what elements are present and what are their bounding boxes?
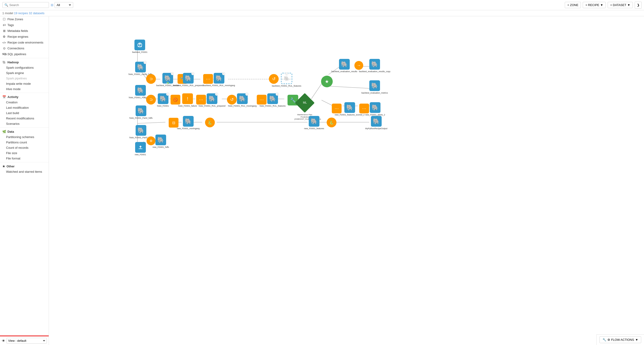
sidebar-section-data[interactable]: 🌿 Data [0,128,49,134]
sidebar-section-activity[interactable]: 📅 Activity [0,94,49,100]
sidebar-item-metadata[interactable]: ⊞ Metadata fields [0,28,49,34]
hadoop-icon: 🐘 [2,60,6,64]
data-icon: 🌿 [2,130,6,133]
sidebar-item-watched[interactable]: Watched and starred items [0,169,49,174]
sidebar-item-file-format[interactable]: File format [0,156,49,161]
flow-canvas[interactable]: backtest_FD001 🐘 i histo_FD001_config_hd… [49,16,644,345]
metadata-label: Metadata fields [8,29,28,32]
sidebar-item-sql[interactable]: SQL SQL pipelines [0,51,49,57]
sidebar-item-spark-engine[interactable]: Spark engine [0,70,49,76]
recipes-count-link[interactable]: 19 [14,11,17,15]
search-box[interactable]: 🔍 [2,2,49,8]
node-icon-filter1: ⊃ [146,74,156,84]
sidebar-item-spark-pipelines[interactable]: Spark pipelines [0,76,49,81]
flow-actions-bar: 🔧 ⚙ FLOW ACTIONS ▼ [596,334,644,345]
node-icon-part2: 🐘 [136,105,146,116]
recipe-button[interactable]: + RECIPE ▼ [583,2,606,8]
sidebar-item-recipe-engines[interactable]: ⚙ Recipe engines [0,34,49,39]
dataset-button[interactable]: + DATASET ▼ [608,2,633,8]
node-histo-rul-movingavg[interactable]: 🐘 i histo_FD001_RUL_movingavg [233,93,252,107]
app-container: 🔍 ⊟ All + ZONE + RECIPE ▼ + DATASET ▼ ❯ … [0,0,644,345]
node-backtest-fd001[interactable]: backtest_FD001 [132,39,148,53]
datasets-count-link[interactable]: 32 [29,11,32,15]
sidebar-footer: 👁 View : default [0,336,49,345]
node-diamond[interactable]: ML Maintenance Plan Prediction (XGBOOST_… [296,94,314,112]
sidebar-item-code-env[interactable]: </> Recipe code environments [0,39,49,45]
sql-label: SQL pipelines [8,52,26,56]
sidebar-item-last-modification[interactable]: Last modification [0,105,49,110]
watched-label: Watched and starred items [6,170,42,173]
flow-actions-button[interactable]: 🔧 ⚙ FLOW ACTIONS ▼ [600,337,641,343]
sidebar-item-spark-config[interactable]: Spark configurations [0,65,49,70]
node-icon-eval-metrics: 🐘 [369,80,380,91]
node-python-output[interactable]: 🐘 MyPythonRecipeOutput [366,116,387,130]
node-icon-python-output: 🐘 [371,116,382,127]
back-icon: ❯ [637,3,640,7]
node-label-new-hdfs: new_FD001_hdfs [152,146,169,149]
sidebar-item-creation[interactable]: Creation [0,100,49,105]
sidebar-item-partitions-count[interactable]: Partitions count [0,140,49,145]
dataset-btn-label: + DATASET [610,3,626,7]
node-part2-hdfs[interactable]: 🐘 histo_FD001_Part2_hdfs [132,105,150,119]
flow-zones-label: Flow Zones [8,17,23,21]
node-rul-prepared[interactable]: 🐘 i backtest_FD001_RUL_prepared [179,73,198,87]
sidebar-item-count-records[interactable]: Count of records [0,145,49,150]
sidebar-item-scenarios[interactable]: Scenarios [0,121,49,126]
sidebar-item-flow-zones[interactable]: ☐ Flow Zones [0,16,49,22]
flow-actions-label: ⚙ FLOW ACTIONS [608,338,634,342]
node-icon-rul-features-dashed: 🐘 i [281,73,292,84]
sidebar-item-file-size[interactable]: File size [0,150,49,156]
node-eval-metrics[interactable]: 🐘 backtest_evaluation_metrics [365,80,384,94]
node-new-features[interactable]: 🐘 new_FD001_features [305,116,324,130]
creation-label: Creation [6,101,18,104]
sidebar-item-hive[interactable]: Hive mode [0,86,49,92]
node-rul-movingavg[interactable]: 🐘 i backtest_FD001_RUL_movingavg [210,73,228,87]
node-orange-small[interactable]: ⚙ [143,136,159,145]
zone-button[interactable]: + ZONE [565,2,581,8]
node-label-histo-rul-feat: histo_FD001_RUL_features [260,105,286,107]
filter-select[interactable]: All [54,2,73,8]
datasets-label-link[interactable]: datasets [33,11,44,15]
sidebar-item-impala[interactable]: Impala write mode [0,81,49,86]
node-label-eval-results: backtest_evaluation_results [331,70,357,73]
node-icon-diamond: ML [295,93,315,113]
node-alerts[interactable]: 🐘 new_FD001_alerts_2 [366,102,384,116]
connections-icon: ⊙ [2,46,6,50]
node-backtest-eval-copy[interactable]: 🐘 backtest_evaluation_results_copy [365,59,384,73]
node-filter-1[interactable]: ⊃ [143,74,159,84]
other-icon: ★ [2,165,5,168]
recipe-dropdown-icon: ▼ [600,3,603,7]
node-new-movingavg[interactable]: 🐘 new_FD001_movingavg [179,116,198,130]
node-python-orange[interactable]: 🐍 [202,118,218,127]
hive-label: Hive mode [6,87,20,91]
node-orange-spin-1[interactable]: ↺ [266,74,282,84]
view-select[interactable]: View : default [6,338,47,344]
recipe-engines-label: Recipe engines [8,35,28,38]
node-histo-rul-features[interactable]: 🐘 i histo_FD001_RUL_features [263,93,282,107]
sidebar-section-hadoop[interactable]: 🐘 Hadoop [0,59,49,65]
node-arrow-orange[interactable]: → [351,61,367,70]
dataset-dropdown-icon: ▼ [627,3,630,7]
node-histo-config[interactable]: 🐘 i histo_FD001_config_hdfs [132,62,149,76]
sidebar-item-tags[interactable]: 🏷 Tags [0,22,49,28]
sidebar-item-partitioning[interactable]: Partitioning schemes [0,134,49,140]
node-icon-features-scored: 🐘 [344,102,355,113]
sidebar-item-connections[interactable]: ⊙ Connections [0,45,49,51]
flow-actions-dropdown-icon: ▼ [635,338,638,342]
search-input[interactable] [9,3,47,7]
spark-engine-label: Spark engine [6,71,24,75]
node-python-2[interactable]: 🐍 [324,118,340,127]
sidebar-item-last-build[interactable]: Last build [0,110,49,116]
sidebar-item-recent-modifications[interactable]: Recent modifications [0,116,49,121]
back-button[interactable]: ❯ [635,2,642,8]
divider-1 [0,58,49,58]
node-histo-rul-prepared[interactable]: 🐘 i histo_FD001_RUL_prepared [203,93,221,107]
sidebar-section-other[interactable]: ★ Other [0,163,49,169]
node-green-round[interactable]: ★ [319,76,335,87]
recipes-label-link[interactable]: recipes [18,11,29,15]
node-icon-eval-copy: 🐘 [369,59,380,70]
node-icon-part3: 🐘 [136,125,146,136]
last-modification-label: Last modification [6,106,29,109]
flow-actions-icon: 🔧 [602,338,606,342]
recent-modifications-label: Recent modifications [6,117,34,120]
